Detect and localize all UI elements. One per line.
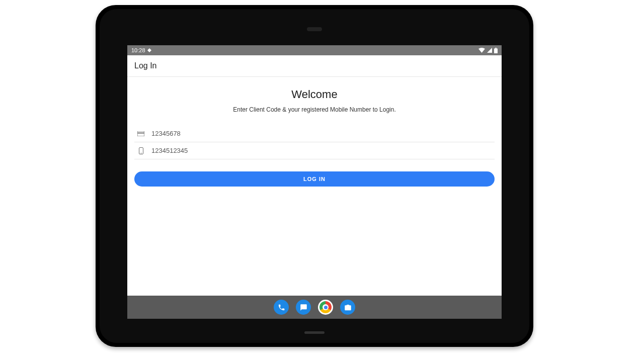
client-code-row[interactable] xyxy=(134,125,495,142)
tablet-bezel: 10:28 xyxy=(100,9,529,343)
device-screen: 10:28 xyxy=(127,45,502,319)
notification-dot-icon xyxy=(147,47,151,53)
login-button[interactable]: LOG IN xyxy=(134,171,495,187)
phone-icon xyxy=(136,147,145,154)
client-code-input[interactable] xyxy=(150,129,493,138)
svg-point-5 xyxy=(140,152,141,153)
status-time: 10:28 xyxy=(131,47,145,53)
status-bar: 10:28 xyxy=(127,45,502,55)
welcome-heading: Welcome xyxy=(134,88,495,101)
svg-rect-1 xyxy=(494,48,498,53)
chrome-app-icon[interactable] xyxy=(318,300,333,315)
home-indicator xyxy=(304,331,325,334)
wifi-icon xyxy=(478,48,485,53)
battery-icon xyxy=(494,48,498,53)
app-bar: Log In xyxy=(127,55,502,77)
instruction-text: Enter Client Code & your registered Mobi… xyxy=(134,106,495,113)
messages-app-icon[interactable] xyxy=(296,300,311,315)
camera-app-icon[interactable] xyxy=(340,300,355,315)
svg-rect-0 xyxy=(495,48,497,49)
phone-app-icon[interactable] xyxy=(274,300,289,315)
mobile-number-row[interactable] xyxy=(134,142,495,159)
page-title: Log In xyxy=(134,61,156,70)
front-camera xyxy=(307,27,322,31)
card-icon xyxy=(136,131,145,136)
mobile-number-input[interactable] xyxy=(150,146,493,155)
signal-icon xyxy=(487,48,492,53)
tablet-frame: 10:28 xyxy=(96,5,533,347)
svg-rect-2 xyxy=(137,131,144,136)
svg-rect-3 xyxy=(137,132,144,133)
navigation-bar xyxy=(127,296,502,319)
login-form: Welcome Enter Client Code & your registe… xyxy=(127,77,502,187)
